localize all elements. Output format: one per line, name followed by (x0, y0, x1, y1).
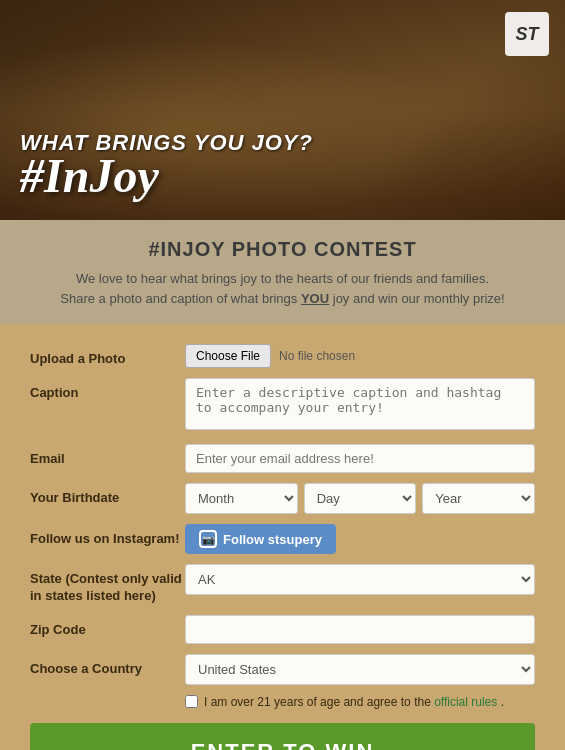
instagram-icon: 📷 (199, 530, 217, 548)
form-content: Upload a Photo Choose File No file chose… (30, 344, 535, 750)
state-label: State (Contest only valid in states list… (30, 564, 185, 605)
official-rules-link[interactable]: official rules (434, 695, 497, 709)
month-select[interactable]: MonthJanuaryFebruaryMarchAprilMayJuneJul… (185, 483, 298, 514)
terms-checkbox[interactable] (185, 695, 198, 708)
year-select[interactable]: Year202420232022202120202005200420032002… (422, 483, 535, 514)
terms-text: I am over 21 years of age and agree to t… (204, 695, 431, 709)
info-section: #INJOY PHOTO CONTEST We love to hear wha… (0, 220, 565, 324)
day-select[interactable]: Day1234567891011121314151617181920212223… (304, 483, 417, 514)
caption-label: Caption (30, 378, 185, 402)
country-label: Choose a Country (30, 654, 185, 678)
country-row: Choose a Country United StatesCanadaMexi… (30, 654, 535, 685)
zip-label: Zip Code (30, 615, 185, 639)
contest-description: We love to hear what brings joy to the h… (30, 269, 535, 308)
country-control: United StatesCanadaMexico (185, 654, 535, 685)
desc-line2-prefix: Share a photo and caption of what brings (60, 291, 301, 306)
zip-control (185, 615, 535, 644)
terms-label[interactable]: I am over 21 years of age and agree to t… (204, 695, 504, 709)
birthdate-label: Your Birthdate (30, 483, 185, 507)
no-file-label: No file chosen (279, 349, 355, 363)
email-input[interactable] (185, 444, 535, 473)
contest-title: #INJOY PHOTO CONTEST (30, 238, 535, 261)
upload-control: Choose File No file chosen (185, 344, 535, 368)
country-select[interactable]: United StatesCanadaMexico (185, 654, 535, 685)
instagram-btn-label: Follow stsupery (223, 532, 322, 547)
submit-button[interactable]: ENTER TO WIN (30, 723, 535, 750)
hero-text-block: What Brings You Joy? #InJoy (20, 130, 545, 200)
birthdate-row: Your Birthdate MonthJanuaryFebruaryMarch… (30, 483, 535, 514)
file-upload-area: Choose File No file chosen (185, 344, 535, 368)
caption-row: Caption (30, 378, 535, 434)
email-row: Email (30, 444, 535, 473)
caption-input[interactable] (185, 378, 535, 430)
state-select[interactable]: AKALARAZCACOCTDEFLGAHIIDILINIAKSKYLAMEMD… (185, 564, 535, 595)
upload-label: Upload a Photo (30, 344, 185, 368)
instagram-control: 📷 Follow stsupery (185, 524, 535, 554)
choose-file-button[interactable]: Choose File (185, 344, 271, 368)
zip-row: Zip Code (30, 615, 535, 644)
state-control: AKALARAZCACOCTDEFLGAHIIDILINIAKSKYLAMEMD… (185, 564, 535, 595)
upload-row: Upload a Photo Choose File No file chose… (30, 344, 535, 368)
caption-control (185, 378, 535, 434)
email-label: Email (30, 444, 185, 468)
terms-row: I am over 21 years of age and agree to t… (185, 695, 535, 709)
email-control (185, 444, 535, 473)
hero-section: ST What Brings You Joy? #InJoy (0, 0, 565, 220)
terms-suffix: . (501, 695, 504, 709)
desc-line2-bold: YOU (301, 291, 329, 306)
state-row: State (Contest only valid in states list… (30, 564, 535, 605)
hero-hashtag: #InJoy (20, 152, 545, 200)
form-section: Upload a Photo Choose File No file chose… (0, 324, 565, 750)
birthdate-control: MonthJanuaryFebruaryMarchAprilMayJuneJul… (185, 483, 535, 514)
birthdate-selects: MonthJanuaryFebruaryMarchAprilMayJuneJul… (185, 483, 535, 514)
instagram-row: Follow us on Instagram! 📷 Follow stsuper… (30, 524, 535, 554)
desc-line2-suffix: joy and win our monthly prize! (329, 291, 505, 306)
desc-line1: We love to hear what brings joy to the h… (76, 271, 489, 286)
brand-logo: ST (505, 12, 549, 56)
zip-input[interactable] (185, 615, 535, 644)
instagram-label: Follow us on Instagram! (30, 524, 185, 548)
instagram-follow-button[interactable]: 📷 Follow stsupery (185, 524, 336, 554)
